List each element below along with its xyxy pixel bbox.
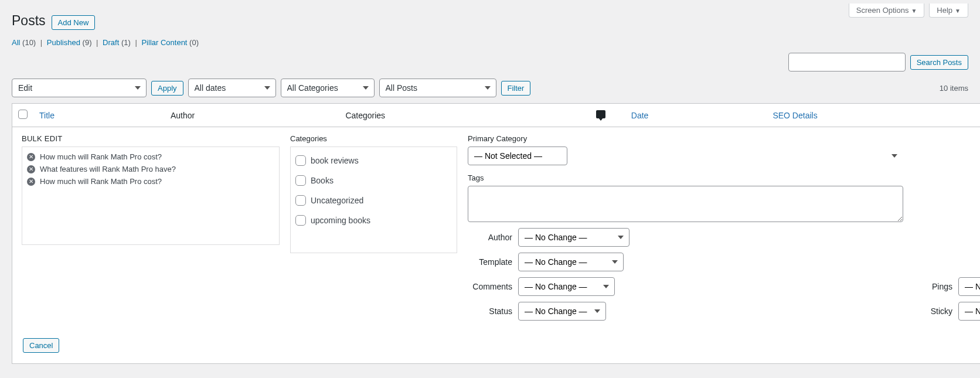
bulk-item: ✕How much will Rank Math Pro cost?	[27, 151, 274, 163]
primary-category-select[interactable]: — Not Selected —	[468, 147, 567, 165]
posts-filter-select[interactable]: All Posts	[379, 79, 496, 97]
primary-category-label: Primary Category	[468, 134, 903, 143]
comments-select[interactable]: — No Change —	[518, 277, 615, 296]
add-new-button[interactable]: Add New	[52, 15, 96, 30]
pings-select[interactable]: — No Change —	[958, 277, 980, 296]
status-select[interactable]: — No Change —	[518, 302, 606, 321]
cancel-button[interactable]: Cancel	[23, 338, 59, 353]
sticky-select[interactable]: — No Change —	[958, 302, 980, 321]
category-option: Uncategorized	[295, 190, 452, 210]
col-title[interactable]: Title	[33, 104, 165, 127]
filter-all[interactable]: All	[12, 38, 20, 47]
page-title: Posts	[12, 13, 46, 29]
filter-published[interactable]: Published	[47, 38, 80, 47]
items-count: 10 items	[940, 84, 968, 93]
chevron-down-icon: ▼	[955, 8, 961, 14]
col-categories[interactable]: Categories	[339, 104, 590, 127]
chevron-down-icon: ▼	[911, 8, 917, 14]
filter-draft[interactable]: Draft	[103, 38, 119, 47]
tags-label: Tags	[468, 173, 903, 182]
post-status-filters: All (10) | Published (9) | Draft (1) | P…	[12, 38, 968, 47]
filter-button[interactable]: Filter	[501, 81, 531, 96]
col-author[interactable]: Author	[165, 104, 340, 127]
bulk-item: ✕What features will Rank Math Pro have?	[27, 163, 274, 175]
remove-icon[interactable]: ✕	[27, 178, 35, 186]
author-select[interactable]: — No Change —	[518, 228, 629, 247]
apply-button[interactable]: Apply	[151, 81, 183, 96]
remove-icon[interactable]: ✕	[27, 165, 35, 173]
category-checkbox[interactable]	[295, 195, 306, 206]
date-filter-select[interactable]: All dates	[188, 79, 276, 97]
col-seo[interactable]: SEO Details	[767, 104, 980, 127]
category-option: book reviews	[295, 151, 452, 171]
tags-input[interactable]	[468, 186, 903, 222]
filter-pillar[interactable]: Pillar Content	[141, 38, 187, 47]
category-checkbox[interactable]	[295, 175, 306, 186]
search-posts-button[interactable]: Search Posts	[910, 55, 968, 70]
bulk-edit-legend: BULK EDIT	[22, 134, 280, 143]
template-select[interactable]: — No Change —	[518, 253, 624, 271]
search-input[interactable]	[788, 53, 906, 71]
select-all-checkbox[interactable]	[18, 110, 28, 119]
category-filter-select[interactable]: All Categories	[281, 79, 375, 97]
screen-options-tab[interactable]: Screen Options▼	[849, 4, 925, 18]
help-tab[interactable]: Help▼	[929, 4, 968, 18]
bulk-items-listbox[interactable]: ✕How much will Rank Math Pro cost? ✕What…	[22, 147, 280, 245]
bulk-action-select[interactable]: Edit	[12, 79, 147, 97]
category-option: upcoming books	[295, 210, 452, 230]
categories-listbox[interactable]: book reviews Books Uncategorized upcomin…	[290, 147, 457, 253]
comments-icon[interactable]	[596, 110, 605, 118]
category-checkbox[interactable]	[295, 215, 306, 226]
category-checkbox[interactable]	[295, 155, 306, 166]
categories-legend: Categories	[290, 134, 457, 143]
remove-icon[interactable]: ✕	[27, 153, 35, 161]
category-option: Books	[295, 171, 452, 190]
bulk-item: ✕How much will Rank Math Pro cost?	[27, 175, 274, 188]
col-date[interactable]: Date	[625, 104, 767, 127]
